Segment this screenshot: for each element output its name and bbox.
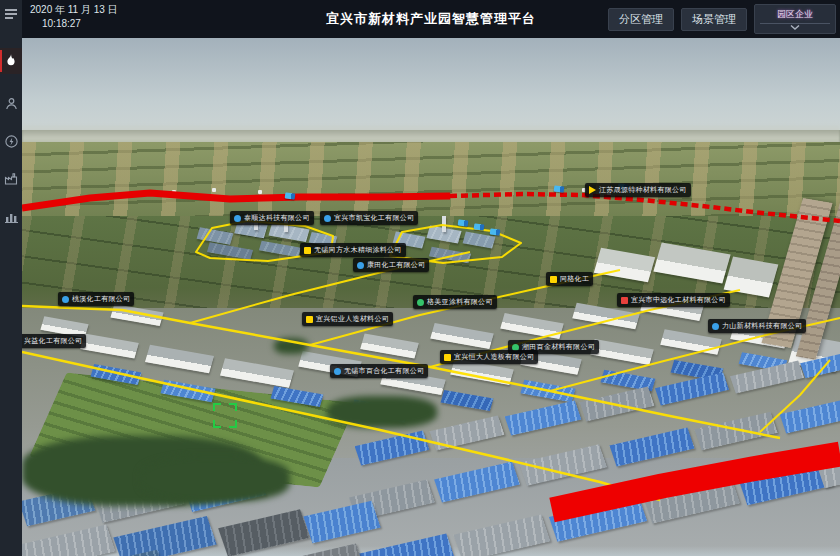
flame-icon[interactable] [0,48,22,74]
map-3d-view[interactable]: 泰顺达科技有限公司宜兴市凯宝化工有限公司江苏晟源特种材料有限公司无锡同方水木精细… [22,38,840,556]
vehicle-icon [458,219,469,226]
company-marker-icon [444,354,451,361]
company-label[interactable]: 江苏晟源特种材料有限公司 [585,183,691,197]
bracket-bottom-left [213,420,221,428]
company-label-text: 桃溪化工有限公司 [72,294,130,304]
vehicle-icon [474,223,485,230]
company-label-text: 兴益化工有限公司 [24,336,82,346]
bracket-top-right [229,403,237,411]
factory-icon[interactable] [0,166,22,192]
park-enterprise-label: 园区企业 [777,8,813,21]
selection-brackets [213,403,237,428]
company-label-text: 泰顺达科技有限公司 [244,213,310,223]
smart-park-platform: 2020 年 11 月 13 日 10:18:27 宜兴市新材料产业园智慧管理平… [0,0,840,556]
company-label[interactable]: 泰顺达科技有限公司 [230,211,314,225]
company-label[interactable]: 兴益化工有限公司 [22,334,86,348]
company-marker-icon [589,186,596,194]
company-marker-icon [357,262,364,269]
worker-icon[interactable] [0,90,22,116]
vehicle-icon [554,185,565,192]
company-label-text: 格美亚涂料有限公司 [427,297,493,307]
company-label[interactable]: 格美亚涂料有限公司 [413,295,497,309]
company-marker-icon [712,323,719,330]
zone-management-button[interactable]: 分区管理 [608,8,674,31]
bracket-bottom-right [229,420,237,428]
company-marker-icon [304,247,311,254]
company-label[interactable]: 宜兴铝业人造材料公司 [302,312,393,326]
bar-chart-icon[interactable] [0,204,22,230]
company-marker-icon [234,215,241,222]
company-marker-icon [417,299,424,306]
company-label-text: 力山新材料科技有限公司 [722,321,802,331]
company-label[interactable]: 宜兴市中远化工材料有限公司 [617,293,730,307]
company-label[interactable]: 桃溪化工有限公司 [58,292,134,306]
park-enterprise-dropdown[interactable]: 园区企业 [754,4,836,34]
company-marker-icon [62,296,69,303]
company-label-text: 宜兴恒大人造板有限公司 [454,352,534,362]
company-label-text: 宜兴铝业人造材料公司 [316,314,389,324]
company-label[interactable]: 无锡同方水木精细涂料公司 [300,243,406,257]
menu-icon[interactable] [0,2,22,26]
vehicle-icon [285,192,296,199]
company-label[interactable]: 宜兴市凯宝化工有限公司 [320,211,418,225]
vehicle-icon [490,228,501,235]
company-label-text: 无锡市百合化工有限公司 [344,366,424,376]
header-actions: 分区管理 场景管理 园区企业 [608,0,836,38]
divider [760,23,830,24]
company-label-text: 同格化工 [560,274,589,284]
company-label[interactable]: 康田化工有限公司 [353,258,429,272]
company-label-text: 宜兴市中远化工材料有限公司 [631,295,726,305]
sidebar [0,0,22,556]
chevron-down-icon [790,25,800,30]
company-label[interactable]: 同格化工 [546,272,593,286]
scene-management-button[interactable]: 场景管理 [681,8,747,31]
header: 2020 年 11 月 13 日 10:18:27 宜兴市新材料产业园智慧管理平… [22,0,840,38]
company-label-text: 康田化工有限公司 [367,260,425,270]
power-icon[interactable] [0,128,22,154]
company-label-text: 江苏晟源特种材料有限公司 [599,185,687,195]
company-marker-icon [306,316,313,323]
map-markers: 泰顺达科技有限公司宜兴市凯宝化工有限公司江苏晟源特种材料有限公司无锡同方水木精细… [22,38,840,556]
company-marker-icon [324,215,331,222]
company-marker-icon [550,276,557,283]
company-label[interactable]: 力山新材料科技有限公司 [708,319,806,333]
company-label[interactable]: 宜兴恒大人造板有限公司 [440,350,538,364]
company-label[interactable]: 无锡市百合化工有限公司 [330,364,428,378]
bracket-top-left [213,403,221,411]
company-marker-icon [621,297,628,304]
company-label-text: 无锡同方水木精细涂料公司 [314,245,402,255]
company-marker-icon [334,368,341,375]
company-label-text: 宜兴市凯宝化工有限公司 [334,213,414,223]
